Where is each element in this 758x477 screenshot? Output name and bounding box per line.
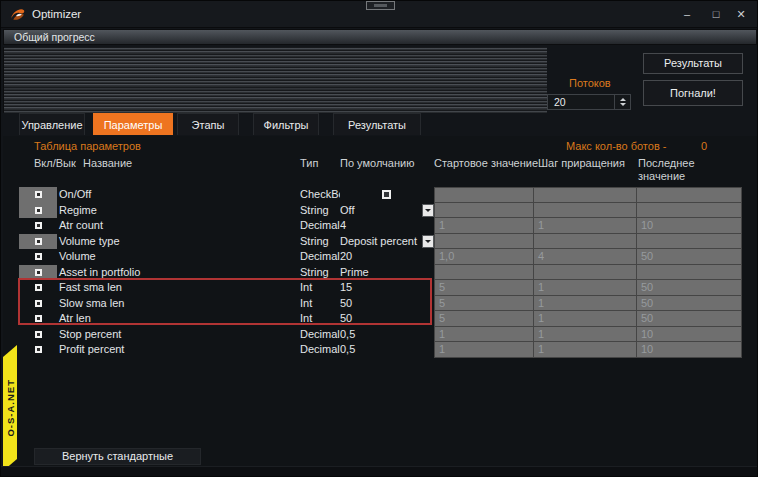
last-value-cell[interactable]: 50 <box>637 296 742 312</box>
enabled-checkbox[interactable] <box>35 207 42 214</box>
step-value-cell[interactable] <box>534 265 637 281</box>
param-default-cell[interactable]: 50 <box>340 311 421 327</box>
param-default-cell[interactable]: 20 <box>340 249 421 265</box>
start-value-cell[interactable] <box>434 265 534 281</box>
param-default-cell[interactable]: 4 <box>340 218 421 234</box>
start-value-cell[interactable]: 1,0 <box>434 249 534 265</box>
table-row-highlighted: Slow sma len Int 50 5 1 50 <box>19 296 742 312</box>
param-default-cell[interactable]: 15 <box>340 280 421 296</box>
step-value-cell[interactable]: 1 <box>534 311 637 327</box>
param-name: Profit percent <box>57 342 300 358</box>
results-button[interactable]: Результаты <box>643 53 743 74</box>
header-type: Тип <box>300 157 318 170</box>
reset-defaults-button[interactable]: Вернуть стандартные параметры <box>34 448 201 465</box>
enabled-checkbox[interactable] <box>35 315 42 322</box>
last-value-cell[interactable] <box>637 234 742 250</box>
tab-filters[interactable]: Фильтры <box>253 113 319 135</box>
step-value-cell[interactable]: 1 <box>534 342 637 358</box>
param-type: String <box>300 265 340 281</box>
dropdown-slot <box>421 203 434 219</box>
tab-bar: Управление Параметры Этапы Фильтры Резул… <box>1 113 758 136</box>
window-bottom-edge <box>1 466 758 476</box>
overall-progress-bar: Общий прогресс <box>3 29 757 45</box>
last-value-cell[interactable]: 50 <box>637 311 742 327</box>
last-value-cell[interactable]: 10 <box>637 342 742 358</box>
table-row: Profit percent Decimal 0,5 1 1 10 <box>19 342 742 358</box>
step-value-cell[interactable]: 4 <box>534 249 637 265</box>
go-button[interactable]: Погнали! <box>643 80 743 106</box>
minimize-button[interactable]: – <box>677 1 697 28</box>
last-value-cell[interactable]: 50 <box>637 249 742 265</box>
maximize-button[interactable]: □ <box>706 1 726 28</box>
param-name: On/Off <box>57 187 300 203</box>
threads-label: Потоков <box>569 77 611 89</box>
param-default-cell[interactable]: Off <box>340 203 421 219</box>
enabled-checkbox[interactable] <box>35 284 42 291</box>
step-value-cell[interactable]: 1 <box>534 280 637 296</box>
last-value-cell[interactable]: 10 <box>637 218 742 234</box>
row-toggle-cell <box>19 280 57 296</box>
param-default-cell[interactable]: 0,5 <box>340 327 421 343</box>
header-onoff: Вкл/Вык <box>34 157 76 170</box>
start-value-cell[interactable] <box>434 234 534 250</box>
threads-spinner[interactable] <box>614 95 630 109</box>
default-checked-checkbox[interactable] <box>382 190 391 199</box>
close-button[interactable]: ✕ <box>731 1 751 28</box>
enabled-checkbox[interactable] <box>35 191 42 198</box>
threads-input[interactable]: 20 <box>547 94 631 110</box>
param-default-cell[interactable]: 0,5 <box>340 342 421 358</box>
enabled-checkbox[interactable] <box>35 269 42 276</box>
dropdown-slot <box>421 327 434 343</box>
dropdown-slot <box>421 218 434 234</box>
step-value-cell[interactable]: 1 <box>534 327 637 343</box>
enabled-checkbox[interactable] <box>35 253 42 260</box>
start-value-cell[interactable]: 5 <box>434 296 534 312</box>
start-value-cell[interactable]: 5 <box>434 280 534 296</box>
row-toggle-cell <box>19 311 57 327</box>
start-value-cell[interactable]: 5 <box>434 311 534 327</box>
table-row-highlighted: Atr len Int 50 5 1 50 <box>19 311 742 327</box>
osa-net-ribbon[interactable]: O-S-A.NET <box>3 345 17 471</box>
start-value-cell[interactable]: 1 <box>434 218 534 234</box>
param-type: CheckBo <box>300 187 340 203</box>
enabled-checkbox[interactable] <box>35 300 42 307</box>
enabled-checkbox[interactable] <box>35 222 42 229</box>
param-name: Stop percent <box>57 327 300 343</box>
param-default-cell[interactable]: Deposit percent <box>340 234 421 250</box>
last-value-cell[interactable]: 10 <box>637 327 742 343</box>
tab-results[interactable]: Результаты <box>333 113 421 135</box>
row-toggle-cell <box>19 218 57 234</box>
last-value-cell[interactable]: 50 <box>637 280 742 296</box>
param-type: Int <box>300 311 340 327</box>
enabled-checkbox[interactable] <box>35 238 42 245</box>
last-value-cell[interactable] <box>637 265 742 281</box>
tab-management[interactable]: Управление <box>19 113 85 135</box>
dropdown-slot <box>421 249 434 265</box>
param-default-cell[interactable]: Prime <box>340 265 421 281</box>
start-value-cell[interactable]: 1 <box>434 342 534 358</box>
step-value-cell[interactable] <box>534 234 637 250</box>
dropdown-arrow-icon[interactable] <box>422 235 434 248</box>
last-value-cell[interactable] <box>637 203 742 219</box>
dropdown-arrow-icon[interactable] <box>422 204 434 217</box>
title-bar: Optimizer – □ ✕ <box>1 1 758 28</box>
enabled-checkbox[interactable] <box>35 331 42 338</box>
threads-value[interactable]: 20 <box>548 96 614 108</box>
param-default-cell[interactable] <box>340 187 421 203</box>
step-value-cell[interactable] <box>534 187 637 203</box>
start-value-cell[interactable] <box>434 187 534 203</box>
tab-parameters[interactable]: Параметры <box>93 113 173 135</box>
step-value-cell[interactable] <box>534 203 637 219</box>
dropdown-slot <box>421 342 434 358</box>
step-value-cell[interactable]: 1 <box>534 296 637 312</box>
tab-stages[interactable]: Этапы <box>177 113 239 135</box>
last-value-cell[interactable] <box>637 187 742 203</box>
start-value-cell[interactable]: 1 <box>434 327 534 343</box>
row-toggle-cell <box>19 203 57 219</box>
enabled-checkbox[interactable] <box>35 346 42 353</box>
start-value-cell[interactable] <box>434 203 534 219</box>
top-drag-handle[interactable] <box>366 1 395 10</box>
table-row: Asset in portfolio String Prime <box>19 265 742 281</box>
param-default-cell[interactable]: 50 <box>340 296 421 312</box>
step-value-cell[interactable]: 1 <box>534 218 637 234</box>
